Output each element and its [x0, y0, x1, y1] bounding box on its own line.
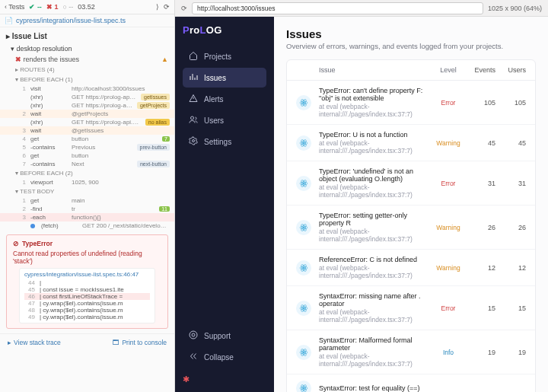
col-users: Users	[500, 66, 526, 74]
react-icon	[296, 176, 311, 191]
level-badge: Info	[443, 349, 454, 356]
table-row[interactable]: TypeError: can't define property F: "obj…	[287, 81, 535, 125]
sidebar-item-projects[interactable]: Projects	[183, 46, 266, 66]
alert-icon	[189, 94, 198, 104]
svg-point-12	[303, 183, 304, 184]
options-icon[interactable]: ⟩	[156, 3, 159, 11]
users-count: 15	[500, 304, 526, 312]
level-badge: Error	[441, 180, 456, 187]
collapse-icon	[189, 352, 198, 362]
test-body-section[interactable]: ▾ TEST BODY	[0, 186, 174, 196]
cmd-row[interactable]: 2wait@getProjects	[0, 110, 174, 118]
issues-table: Issue Level Events Users TypeError: can'…	[286, 59, 536, 392]
table-row[interactable]: SyntaxError: missing name after . operat…	[287, 286, 535, 330]
users-count: 26	[500, 224, 526, 231]
users-icon	[189, 115, 198, 126]
svg-point-2	[190, 331, 197, 339]
svg-point-32	[303, 387, 304, 389]
cmd-row[interactable]: 2-findtr11	[0, 205, 174, 213]
reload-icon[interactable]: ⟳	[181, 5, 187, 12]
users-count: 31	[500, 180, 526, 187]
svg-point-28	[303, 352, 304, 353]
sidebar-item-label: Settings	[204, 138, 231, 146]
col-events: Events	[470, 66, 495, 74]
cypress-toolbar: ‹ Tests ✔ -- ✖ 1 ○ -- 03.52 ⟩ ⟳	[0, 0, 174, 14]
level-badge: Warning	[436, 139, 460, 147]
cmd-row[interactable]: 5-containsPreviousprev-button	[0, 143, 174, 151]
cmd-row[interactable]: 7-containsNextnext-button	[0, 160, 174, 168]
cmd-row[interactable]: (xhr)GET https://prolog-api.pr…getProjec…	[0, 101, 174, 110]
sidebar-item-users[interactable]: Users	[183, 110, 266, 130]
cmd-row[interactable]: (xhr)GET https://prolog-api.pro…no alias	[0, 118, 174, 126]
events-count: 105	[470, 99, 495, 107]
duration: 03.52	[78, 3, 95, 11]
print-to-console[interactable]: 🗔 Print to console	[113, 339, 167, 346]
cmd-row[interactable]: 3-eachfunction(){}	[0, 213, 174, 221]
events-count: 45	[470, 139, 495, 147]
col-level: Level	[432, 66, 465, 74]
support-icon	[189, 330, 198, 341]
table-row[interactable]: TypeError: U is not a functionat eval (w…	[287, 125, 535, 161]
file-icon: 📄	[5, 17, 13, 24]
svg-point-4	[303, 102, 304, 104]
sidebar-item-label: Alerts	[204, 95, 224, 104]
cypress-panel: ‹ Tests ✔ -- ✖ 1 ○ -- 03.52 ⟩ ⟳ 📄 cypres…	[0, 0, 175, 392]
table-row[interactable]: SyntaxError: Malformed formal parametera…	[287, 330, 535, 374]
error-type: TypeError	[22, 240, 53, 247]
sidebar-item-settings[interactable]: Settings	[183, 132, 266, 151]
url-input[interactable]: http://localhost:3000/issues	[192, 2, 483, 14]
sidebar-item-issues[interactable]: Issues	[183, 68, 266, 88]
col-issue: Issue	[319, 66, 427, 74]
table-header: Issue Level Events Users	[287, 60, 535, 81]
viewport-dims: 1025 x 900 (64%)	[488, 5, 542, 12]
events-count: 31	[470, 180, 495, 187]
users-count: 105	[500, 99, 526, 107]
table-row[interactable]: TypeError: setting getter-only property …	[287, 206, 535, 250]
table-row[interactable]: SyntaxError: test for equality (==)	[287, 374, 535, 392]
cmd-row[interactable]: (fetch)GET 200 /_next/static/development…	[0, 221, 174, 230]
events-count: 15	[470, 304, 495, 312]
before-each-2[interactable]: ▾ BEFORE EACH (2)	[0, 168, 174, 178]
table-row[interactable]: ReferenceError: C is not definedat eval …	[287, 250, 535, 286]
cmd-row[interactable]: 6getbutton	[0, 151, 174, 160]
test-title[interactable]: ✖ renders the issues ▲	[0, 54, 174, 65]
cmd-row[interactable]: 1visithttp://localhost:3000/issues	[0, 84, 174, 93]
react-icon	[296, 381, 311, 392]
cmd-row[interactable]: 3wait@getIssues	[0, 126, 174, 135]
gear-icon	[189, 136, 198, 147]
sidebar-item-support[interactable]: Support	[183, 326, 266, 346]
pass-count: ✔ --	[29, 3, 42, 11]
view-stack-trace[interactable]: ▸ View stack trace	[8, 339, 61, 346]
sidebar-item-label: Issues	[204, 74, 226, 82]
error-frame-path[interactable]: cypress/integration/issue-list.spec.ts:4…	[24, 271, 150, 278]
level-badge: Warning	[436, 264, 460, 272]
spec-file[interactable]: 📄 cypress/integration/issue-list.spec.ts	[0, 14, 174, 27]
svg-point-16	[303, 227, 304, 228]
fail-count: ✖ 1	[46, 3, 59, 11]
cmd-row[interactable]: 1getmain	[0, 196, 174, 205]
cmd-row[interactable]: 1viewport1025, 900	[0, 178, 174, 186]
svg-point-0	[191, 116, 194, 120]
react-icon	[296, 95, 311, 110]
react-icon	[296, 220, 311, 235]
cmd-row[interactable]: (xhr)GET https://prolog-api.pr…getIssues	[0, 93, 174, 101]
table-row[interactable]: TypeError: 'undefined' is not an object …	[287, 161, 535, 206]
before-each-1[interactable]: ▾ BEFORE EACH (1)	[0, 75, 174, 84]
svg-point-1	[193, 140, 195, 142]
home-icon	[189, 51, 198, 62]
sidebar-item-alerts[interactable]: Alerts	[183, 89, 266, 109]
sidebar-item-collapse[interactable]: Collapse	[183, 347, 266, 367]
tests-toggle[interactable]: ‹ Tests	[5, 3, 24, 11]
sidebar-item-label: Support	[204, 332, 231, 340]
events-count: 19	[470, 349, 495, 356]
reload-icon[interactable]: ⟳	[164, 3, 170, 11]
level-badge: Error	[441, 304, 456, 312]
cmd-row[interactable]: 4getbutton7	[0, 135, 174, 143]
users-count: 45	[500, 139, 526, 147]
bolt-icon: ✱	[183, 374, 266, 384]
context-title[interactable]: ▾ desktop resolution	[0, 43, 174, 54]
suite-title[interactable]: ▸ Issue List	[0, 29, 174, 43]
routes-section[interactable]: ▸ ROUTES (4)	[0, 65, 174, 75]
sidebar-item-label: Collapse	[204, 353, 234, 362]
app-viewport: ⟳ http://localhost:3000/issues 1025 x 90…	[175, 0, 548, 392]
